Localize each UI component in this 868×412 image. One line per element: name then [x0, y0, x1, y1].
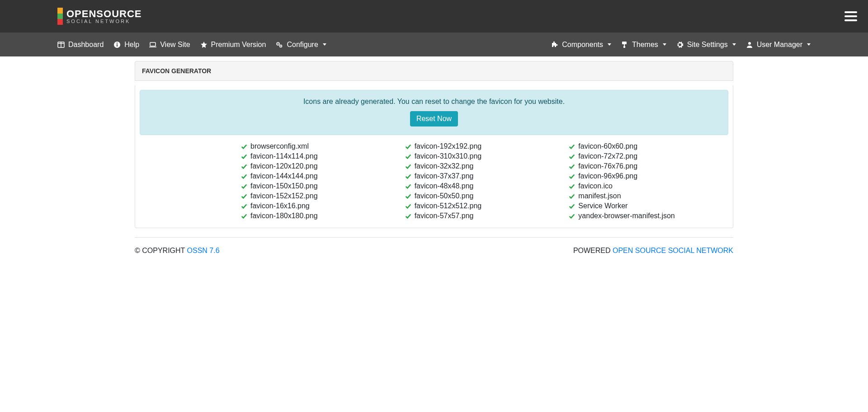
- logo[interactable]: OPENSOURCE SOCIAL NETWORK: [57, 8, 142, 25]
- svg-rect-4: [117, 44, 118, 47]
- file-name: Service Worker: [578, 202, 627, 210]
- powered-by: POWERED OPEN SOURCE SOCIAL NETWORK: [573, 247, 733, 255]
- file-name: favicon.ico: [578, 182, 613, 190]
- check-icon: [569, 163, 575, 169]
- nav-label: Themes: [632, 41, 658, 49]
- file-item: favicon-57x57.png: [405, 211, 560, 221]
- copyright-prefix: © COPYRIGHT: [135, 247, 187, 254]
- file-name: manifest.json: [578, 192, 621, 200]
- cog-icon: [676, 41, 684, 48]
- nav-user-manager[interactable]: User Manager: [746, 41, 811, 49]
- check-icon: [405, 153, 411, 159]
- check-icon: [241, 173, 247, 179]
- nav-label: Help: [124, 41, 139, 49]
- chevron-down-icon: [663, 43, 666, 46]
- file-item: favicon-114x114.png: [241, 151, 396, 161]
- check-icon: [569, 183, 575, 189]
- puzzle-icon: [551, 41, 558, 48]
- file-name: favicon-120x120.png: [250, 162, 318, 170]
- file-item: favicon-96x96.png: [569, 171, 724, 181]
- svg-rect-13: [624, 44, 625, 46]
- svg-rect-14: [623, 46, 625, 48]
- logo-line1: OPENSOURCE: [66, 9, 142, 19]
- page-title: FAVICON GENERATOR: [135, 61, 733, 81]
- hamburger-menu-icon[interactable]: [843, 9, 859, 23]
- check-icon: [241, 183, 247, 189]
- footer: © COPYRIGHT OSSN 7.6 POWERED OPEN SOURCE…: [135, 237, 733, 273]
- nav-label: Dashboard: [68, 41, 104, 49]
- columns-icon: [57, 41, 65, 48]
- file-name: favicon-76x76.png: [578, 162, 637, 170]
- svg-rect-12: [622, 42, 627, 44]
- file-name: yandex-browser-manifest.json: [578, 212, 675, 220]
- file-item: yandex-browser-manifest.json: [569, 211, 724, 221]
- check-icon: [405, 213, 411, 219]
- file-name: favicon-60x60.png: [578, 142, 637, 150]
- file-item: favicon-512x512.png: [405, 201, 560, 211]
- nav-dashboard[interactable]: Dashboard: [57, 41, 104, 49]
- file-name: favicon-96x96.png: [578, 172, 637, 180]
- powered-link[interactable]: OPEN SOURCE SOCIAL NETWORK: [613, 247, 733, 254]
- file-name: favicon-192x192.png: [415, 142, 482, 150]
- file-item: favicon-180x180.png: [241, 211, 396, 221]
- check-icon: [405, 163, 411, 169]
- file-item: favicon-37x37.png: [405, 171, 560, 181]
- chevron-down-icon: [323, 43, 326, 46]
- alert-info: Icons are already generated. You can res…: [140, 90, 728, 135]
- nav-view-site[interactable]: View Site: [149, 41, 190, 49]
- file-item: favicon-48x48.png: [405, 181, 560, 191]
- nav-themes[interactable]: Themes: [621, 41, 666, 49]
- reset-button[interactable]: Reset Now: [410, 111, 458, 126]
- check-icon: [241, 203, 247, 209]
- check-icon: [405, 193, 411, 199]
- logo-line2: SOCIAL NETWORK: [66, 19, 142, 24]
- check-icon: [569, 143, 575, 150]
- nav-components[interactable]: Components: [551, 41, 611, 49]
- svg-rect-6: [150, 42, 156, 46]
- alert-text: Icons are already generated. You can res…: [149, 98, 719, 106]
- file-col-2: favicon-192x192.pngfavicon-310x310.pngfa…: [405, 141, 560, 221]
- file-item: favicon-120x120.png: [241, 161, 396, 171]
- file-item: favicon-76x76.png: [569, 161, 724, 171]
- laptop-icon: [149, 41, 156, 48]
- file-item: favicon-72x72.png: [569, 151, 724, 161]
- file-name: favicon-512x512.png: [415, 202, 482, 210]
- nav-configure[interactable]: Configure: [276, 41, 326, 49]
- check-icon: [241, 193, 247, 199]
- check-icon: [569, 153, 575, 159]
- star-icon: [200, 41, 208, 48]
- main-container: FAVICON GENERATOR Icons are already gene…: [135, 56, 733, 228]
- topbar: OPENSOURCE SOCIAL NETWORK: [0, 0, 868, 33]
- file-name: favicon-152x152.png: [250, 192, 318, 200]
- file-item: favicon.ico: [569, 181, 724, 191]
- svg-point-5: [117, 42, 118, 43]
- copyright-link[interactable]: OSSN 7.6: [187, 247, 220, 254]
- file-name: browserconfig.xml: [250, 142, 309, 150]
- file-col-3: favicon-60x60.pngfavicon-72x72.pngfavico…: [569, 141, 724, 221]
- info-icon: [113, 41, 121, 48]
- check-icon: [405, 203, 411, 209]
- powered-prefix: POWERED: [573, 247, 613, 254]
- svg-point-9: [278, 43, 278, 44]
- nav-label: Site Settings: [687, 41, 728, 49]
- copyright: © COPYRIGHT OSSN 7.6: [135, 247, 220, 255]
- chevron-down-icon: [807, 43, 811, 46]
- file-item: Service Worker: [569, 201, 724, 211]
- file-item: browserconfig.xml: [241, 141, 396, 151]
- check-icon: [241, 143, 247, 150]
- file-col-1: browserconfig.xmlfavicon-114x114.pngfavi…: [241, 141, 396, 221]
- svg-point-11: [281, 46, 282, 47]
- nav-right: Components Themes Site Settings User Man…: [551, 41, 811, 49]
- svg-point-15: [748, 42, 751, 45]
- nav-help[interactable]: Help: [113, 41, 139, 49]
- paint-icon: [621, 41, 628, 48]
- file-item: favicon-150x150.png: [241, 181, 396, 191]
- nav-premium[interactable]: Premium Version: [200, 41, 266, 49]
- chevron-down-icon: [608, 43, 611, 46]
- file-item: favicon-144x144.png: [241, 171, 396, 181]
- check-icon: [241, 153, 247, 159]
- file-item: favicon-16x16.png: [241, 201, 396, 211]
- nav-site-settings[interactable]: Site Settings: [676, 41, 736, 49]
- panel-body: Icons are already generated. You can res…: [135, 85, 733, 228]
- file-item: favicon-60x60.png: [569, 141, 724, 151]
